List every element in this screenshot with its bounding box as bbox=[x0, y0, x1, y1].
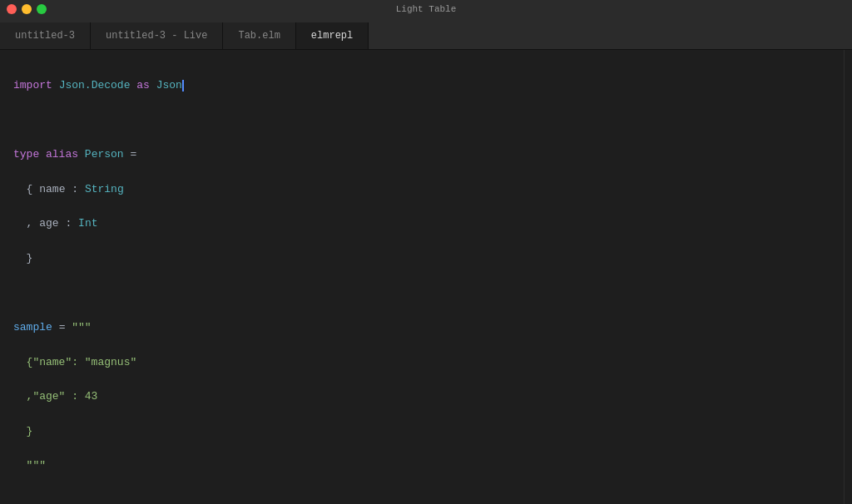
tab-bar: untitled-3 untitled-3 - Live Tab.elm elm… bbox=[0, 18, 852, 50]
scrollbar[interactable] bbox=[844, 50, 852, 504]
close-button[interactable] bbox=[7, 4, 17, 14]
title-bar: Light Table bbox=[0, 0, 852, 18]
tab-untitled-3[interactable]: untitled-3 bbox=[0, 22, 91, 49]
tab-tab-elm[interactable]: Tab.elm bbox=[223, 22, 295, 49]
code-content: import Json.Decode as Json type alias Pe… bbox=[13, 60, 830, 504]
tab-untitled-3-live[interactable]: untitled-3 - Live bbox=[91, 22, 223, 49]
maximize-button[interactable] bbox=[37, 4, 47, 14]
minimize-button[interactable] bbox=[22, 4, 32, 14]
traffic-lights bbox=[7, 4, 47, 14]
tab-elmrepl[interactable]: elmrepl bbox=[296, 22, 369, 49]
content-area: import Json.Decode as Json type alias Pe… bbox=[0, 50, 852, 504]
window-title: Light Table bbox=[396, 4, 457, 14]
code-editor[interactable]: import Json.Decode as Json type alias Pe… bbox=[0, 50, 844, 504]
